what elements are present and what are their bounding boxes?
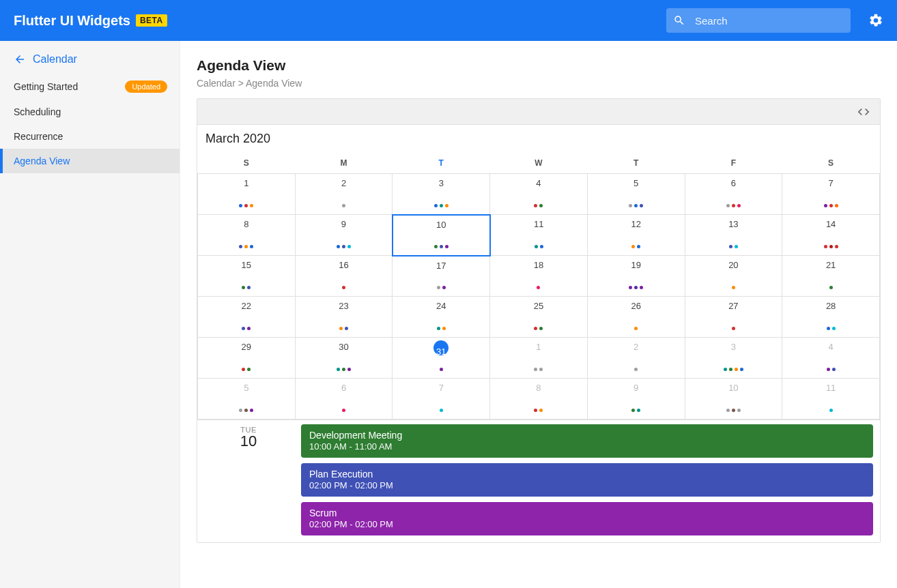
calendar-cell[interactable]: 27 <box>685 297 782 338</box>
code-icon[interactable] <box>857 105 870 119</box>
event-dot <box>740 368 743 371</box>
event-dots <box>685 245 782 248</box>
event-dots <box>490 327 587 330</box>
gear-icon[interactable] <box>868 13 883 28</box>
agenda-event[interactable]: Development Meeting10:00 AM - 11:00 AM <box>301 424 873 458</box>
calendar-cell[interactable]: 16 <box>295 256 393 297</box>
event-dots <box>490 286 587 289</box>
calendar-cell[interactable]: 3 <box>393 174 490 215</box>
calendar-cell[interactable]: 7 <box>393 379 490 420</box>
calendar-day-number: 1 <box>536 338 541 352</box>
calendar-cell[interactable]: 10 <box>685 379 782 420</box>
calendar-cell[interactable]: 28 <box>782 297 880 338</box>
calendar-cell[interactable]: 1 <box>198 174 296 215</box>
calendar-cell[interactable]: 4 <box>782 338 880 379</box>
sidebar-title-row: Calendar <box>0 53 180 74</box>
calendar-cell[interactable]: 8 <box>198 215 296 256</box>
calendar-cell[interactable]: 20 <box>685 256 782 297</box>
calendar-cell[interactable]: 24 <box>393 297 490 338</box>
calendar-cell[interactable]: 5 <box>587 174 685 215</box>
calendar-cell[interactable]: 8 <box>490 379 588 420</box>
sidebar-item-scheduling[interactable]: Scheduling <box>0 100 180 124</box>
calendar-day-number: 3 <box>731 338 736 352</box>
event-dot <box>345 327 348 330</box>
sidebar: Calendar Getting StartedUpdatedSchedulin… <box>0 41 180 588</box>
calendar-cell[interactable]: 25 <box>490 297 588 338</box>
event-dot <box>732 409 735 412</box>
calendar-day-number: 8 <box>536 379 541 393</box>
search-box[interactable] <box>666 8 851 33</box>
search-input[interactable] <box>695 15 844 27</box>
calendar-cell[interactable]: 4 <box>490 174 588 215</box>
calendar-day-number: 11 <box>826 379 836 393</box>
event-dot <box>534 409 537 412</box>
calendar-cell[interactable]: 15 <box>198 256 296 297</box>
calendar-cell[interactable]: 11 <box>490 215 588 256</box>
event-dot <box>827 368 830 371</box>
sidebar-item-label: Scheduling <box>14 106 61 117</box>
calendar-cell[interactable]: 18 <box>490 256 588 297</box>
back-arrow-icon[interactable] <box>14 53 26 65</box>
calendar-cell[interactable]: 6 <box>685 174 782 215</box>
event-dot <box>829 245 833 248</box>
calendar-cell[interactable]: 22 <box>198 297 296 338</box>
event-title: Development Meeting <box>309 429 865 441</box>
calendar-day-number: 5 <box>633 174 638 188</box>
sidebar-item-getting-started[interactable]: Getting StartedUpdated <box>0 74 180 100</box>
event-dots <box>491 245 587 248</box>
calendar-cell[interactable]: 6 <box>295 379 393 420</box>
calendar-cell[interactable]: 2 <box>587 338 685 379</box>
event-dot <box>732 286 735 289</box>
event-dot <box>440 409 443 412</box>
event-dots <box>198 409 295 412</box>
event-dots <box>296 368 393 371</box>
event-dots <box>782 409 879 412</box>
calendar-day-number: 10 <box>728 379 738 393</box>
calendar-cell[interactable]: 30 <box>295 338 393 379</box>
event-dot <box>724 368 727 371</box>
agenda-event[interactable]: Plan Execution02:00 PM - 02:00 PM <box>301 463 873 497</box>
agenda-event[interactable]: Scrum02:00 PM - 02:00 PM <box>301 502 873 535</box>
sidebar-item-recurrence[interactable]: Recurrence <box>0 124 180 149</box>
calendar-day-number: 4 <box>828 338 833 352</box>
event-dot <box>824 204 827 207</box>
event-dot <box>534 327 537 330</box>
calendar-cell[interactable]: 23 <box>295 297 393 338</box>
calendar-cell[interactable]: 2 <box>295 174 393 215</box>
event-dots <box>588 286 685 289</box>
event-dot <box>637 245 640 248</box>
calendar-cell[interactable]: 13 <box>685 215 782 256</box>
calendar-cell[interactable]: 14 <box>782 215 880 256</box>
event-dot <box>440 204 443 207</box>
calendar-cell[interactable]: 19 <box>587 256 685 297</box>
calendar-cell[interactable]: 9 <box>587 379 685 420</box>
calendar-cell[interactable]: 1 <box>490 338 588 379</box>
calendar-cell[interactable]: 3 <box>685 338 782 379</box>
calendar-day-number: 3 <box>439 174 444 188</box>
calendar-day-number: 5 <box>244 379 248 393</box>
calendar-day-number: 6 <box>731 174 736 188</box>
calendar-day-number: 11 <box>534 215 543 229</box>
calendar-cell[interactable]: 11 <box>782 379 880 420</box>
calendar-cell[interactable]: 31 <box>393 338 490 379</box>
calendar-day-number: 4 <box>536 174 541 188</box>
sidebar-item-agenda-view[interactable]: Agenda View <box>0 149 180 173</box>
calendar-cell[interactable]: 29 <box>198 338 296 379</box>
calendar-cell[interactable]: 10 <box>393 215 490 256</box>
calendar-day-header: S <box>782 153 880 174</box>
calendar-cell[interactable]: 7 <box>782 174 880 215</box>
event-dot <box>737 204 741 207</box>
event-dot <box>247 327 251 330</box>
calendar-cell[interactable]: 12 <box>587 215 685 256</box>
event-dot <box>539 204 543 207</box>
event-dots <box>198 327 295 330</box>
event-dot <box>539 368 543 371</box>
calendar-cell[interactable]: 5 <box>198 379 296 420</box>
calendar-cell[interactable]: 9 <box>295 215 393 256</box>
event-dots <box>198 368 295 371</box>
calendar-cell[interactable]: 21 <box>782 256 880 297</box>
calendar-cell[interactable]: 26 <box>587 297 685 338</box>
event-dots <box>782 327 879 330</box>
sidebar-title[interactable]: Calendar <box>33 53 77 65</box>
calendar-cell[interactable]: 17 <box>393 256 490 297</box>
